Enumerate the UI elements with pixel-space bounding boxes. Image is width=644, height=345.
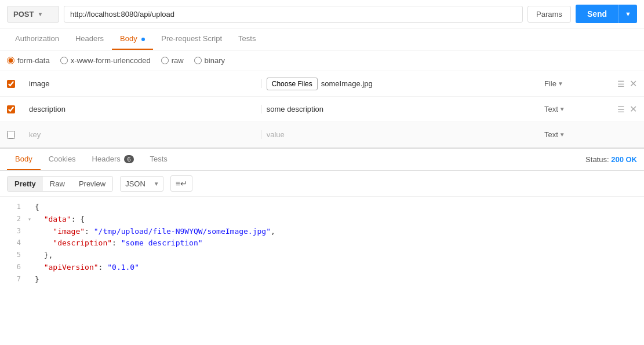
json-line-6: 6 "apiVersion": "0.1.0" (0, 262, 644, 274)
value-input-description[interactable] (267, 105, 540, 113)
json-code-7: } (35, 274, 39, 286)
checkbox-cell-description[interactable] (7, 105, 24, 113)
tab-body[interactable]: Body (112, 28, 153, 50)
checkbox-cell-image[interactable] (7, 80, 24, 88)
json-code-2: "data": { (35, 214, 85, 226)
body-type-urlencoded[interactable]: x-www-form-urlencoded (60, 56, 151, 65)
menu-icon-description[interactable]: ☰ (617, 105, 625, 114)
checkbox-cell-empty[interactable] (7, 131, 24, 139)
choose-files-button[interactable]: fileChoose Files (267, 78, 318, 90)
format-raw-button[interactable]: Raw (43, 177, 72, 191)
json-part: , (271, 227, 275, 236)
send-button[interactable]: Send (576, 5, 618, 23)
tab-authorization[interactable]: Authorization (7, 28, 67, 50)
json-part (35, 238, 53, 247)
json-line-5: 5 }, (0, 249, 644, 262)
json-code-1: { (35, 201, 39, 214)
type-chevron-description[interactable]: ▼ (559, 106, 565, 112)
value-input-empty[interactable] (267, 130, 540, 139)
line-arrow-2[interactable]: ▾ (28, 214, 35, 224)
tab-tests[interactable]: Tests (230, 28, 264, 50)
resp-tab-cookies[interactable]: Cookies (41, 149, 84, 170)
type-cell-description: Text ▼ (544, 105, 602, 113)
json-view: 1{2▾ "data": {3 "image": "/tmp/upload/fi… (0, 197, 644, 291)
form-row-description: Text ▼ ☰ ✕ (0, 97, 644, 122)
body-type-bar: form-data x-www-form-urlencoded raw bina… (0, 50, 644, 71)
menu-icon-image[interactable]: ☰ (617, 79, 625, 89)
tab-headers[interactable]: Headers (67, 28, 112, 50)
value-cell-description (262, 105, 544, 113)
key-input-image[interactable] (29, 79, 257, 88)
close-icon-image[interactable]: ✕ (630, 78, 637, 89)
line-num-4: 4 (5, 237, 21, 248)
key-input-empty[interactable] (29, 130, 257, 139)
format-bar: Pretty Raw Preview JSON ▼ ≡↵ (0, 171, 644, 197)
line-arrow-7 (28, 274, 35, 275)
json-part: "description" (53, 238, 112, 247)
resp-tab-tests[interactable]: Tests (142, 149, 176, 170)
format-preview-button[interactable]: Preview (72, 177, 112, 191)
request-tabs: Authorization Headers Body Pre-request S… (0, 28, 644, 50)
json-part: : (99, 263, 108, 271)
key-cell-image (24, 79, 262, 88)
wrap-button[interactable]: ≡↵ (170, 175, 192, 192)
json-line-7: 7} (0, 274, 644, 286)
format-select-group: JSON ▼ (120, 176, 163, 192)
body-type-raw[interactable]: raw (161, 56, 184, 65)
line-num-2: 2 (5, 214, 21, 225)
line-num-6: 6 (5, 262, 21, 273)
status-bar: Status: 200 OK (585, 155, 637, 164)
method-selector[interactable]: POST ▼ (7, 6, 59, 23)
checkbox-description[interactable] (7, 105, 15, 113)
json-part: "0.1.0" (107, 263, 139, 271)
resp-tab-headers[interactable]: Headers 6 (84, 149, 142, 170)
send-btn-group: Send ▼ (576, 5, 637, 23)
checkbox-empty[interactable] (7, 131, 15, 139)
json-part: } (35, 275, 39, 284)
url-input[interactable] (64, 6, 523, 23)
checkbox-image[interactable] (7, 80, 15, 88)
form-row-image: fileChoose Files someImage.jpg File ▼ ☰ … (0, 71, 644, 97)
json-line-1: 1{ (0, 201, 644, 214)
line-num-1: 1 (5, 201, 21, 212)
resp-tab-body[interactable]: Body (7, 149, 41, 170)
json-part: "data" (44, 215, 71, 223)
value-cell-empty (262, 130, 544, 139)
tab-pre-request-script[interactable]: Pre-request Script (153, 28, 230, 50)
key-input-description[interactable] (29, 105, 257, 113)
close-icon-description[interactable]: ✕ (630, 104, 637, 115)
type-cell-empty: Text ▼ (544, 130, 602, 139)
key-cell-empty (24, 130, 262, 139)
language-label: JSON (121, 177, 150, 191)
line-arrow-5 (28, 249, 35, 251)
format-group: Pretty Raw Preview (7, 176, 113, 192)
json-part: : (112, 238, 121, 247)
params-button[interactable]: Params (527, 6, 571, 23)
type-chevron-empty[interactable]: ▼ (559, 131, 565, 138)
method-chevron-icon: ▼ (37, 11, 43, 17)
json-part: : (85, 227, 94, 236)
form-data-table: fileChoose Files someImage.jpg File ▼ ☰ … (0, 71, 644, 148)
body-type-form-data[interactable]: form-data (7, 56, 50, 65)
top-bar: POST ▼ Params Send ▼ (0, 0, 644, 28)
json-code-6: "apiVersion": "0.1.0" (35, 262, 139, 274)
response-section: Body Cookies Headers 6 Tests Status: 200… (0, 148, 644, 291)
send-dropdown-button[interactable]: ▼ (618, 5, 637, 23)
body-type-binary[interactable]: binary (194, 56, 225, 65)
type-chevron-image[interactable]: ▼ (558, 80, 563, 87)
status-value: 200 OK (611, 155, 637, 164)
json-code-4: "description": "some description" (35, 237, 203, 249)
method-text: POST (13, 10, 34, 19)
json-line-3: 3 "image": "/tmp/upload/file-N9WYQW/some… (0, 226, 644, 238)
type-cell-image: File ▼ (544, 79, 602, 88)
language-chevron-icon[interactable]: ▼ (150, 178, 163, 190)
json-part: "apiVersion" (44, 263, 99, 271)
json-line-4: 4 "description": "some description" (0, 237, 644, 249)
json-part (35, 263, 44, 271)
json-part: : { (71, 215, 85, 223)
format-pretty-button[interactable]: Pretty (8, 177, 43, 191)
json-part: }, (35, 251, 53, 259)
value-cell-image: fileChoose Files someImage.jpg (262, 78, 544, 90)
json-part: "/tmp/upload/file-N9WYQW/someImage.jpg" (94, 227, 271, 236)
json-code-3: "image": "/tmp/upload/file-N9WYQW/someIm… (35, 226, 275, 238)
